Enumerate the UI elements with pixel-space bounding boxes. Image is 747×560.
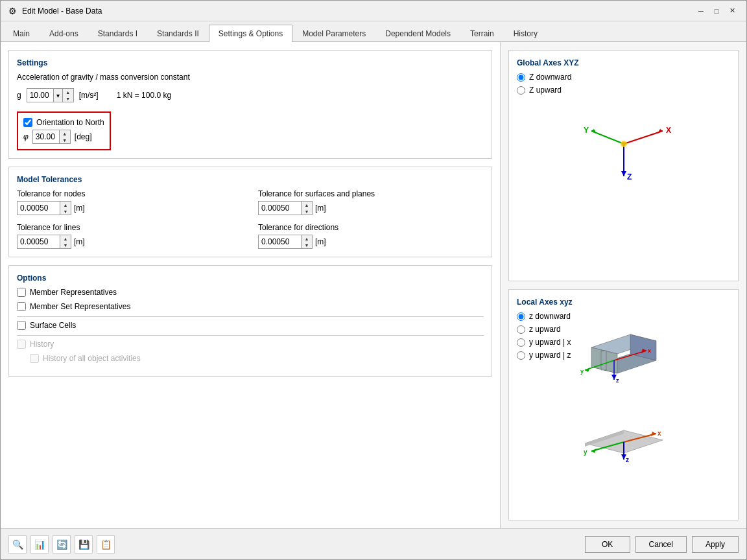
svg-marker-17 (585, 368, 590, 372)
g-arrows[interactable]: ▲ ▼ (62, 89, 73, 102)
directions-value: 0.00050 (259, 237, 301, 246)
nodes-unit: [m] (74, 204, 85, 213)
tab-main[interactable]: Main (3, 25, 40, 42)
svg-text:x: x (658, 430, 661, 437)
options-title: Options (17, 274, 484, 283)
conversion-label: 1 kN = 100.0 kg (117, 91, 171, 100)
history-all-label: History of all object activities (43, 354, 141, 363)
directions-down[interactable]: ▼ (302, 242, 312, 248)
tab-settings-options[interactable]: Settings & Options (209, 25, 292, 42)
phi-spinbox[interactable]: 30.00 ▲ ▼ (32, 130, 71, 144)
lines-value: 0.00050 (18, 237, 60, 246)
member-rep-checkbox[interactable] (17, 288, 26, 297)
local-y-upward-x-label: y upward | x (529, 338, 571, 347)
local-y-upward-z-row: y upward | z (517, 351, 571, 360)
tolerances-section: Model Tolerances Tolerance for nodes 0.0… (8, 167, 492, 257)
apply-button[interactable]: Apply (692, 536, 739, 553)
history-all-checkbox[interactable] (30, 354, 39, 363)
directions-spinbox[interactable]: 0.00050 ▲ ▼ (258, 235, 313, 249)
cancel-button[interactable]: Cancel (635, 536, 687, 553)
g-unit: [m/s²] (79, 91, 99, 100)
local-z-upward-radio[interactable] (517, 325, 525, 334)
refresh-button[interactable]: 🔄 (53, 535, 71, 554)
lines-up[interactable]: ▲ (60, 235, 71, 242)
z-upward-radio[interactable] (517, 86, 525, 95)
ok-button[interactable]: OK (585, 536, 630, 553)
lines-spinbox[interactable]: 0.00050 ▲ ▼ (17, 235, 71, 249)
local-y-upward-z-radio[interactable] (517, 351, 525, 360)
surfaces-value: 0.00050 (259, 204, 301, 213)
phi-up[interactable]: ▲ (60, 130, 70, 137)
svg-text:y: y (580, 368, 584, 375)
g-down[interactable]: ▼ (63, 95, 73, 102)
local-y-upward-x-radio[interactable] (517, 338, 525, 347)
history-row: History (17, 340, 484, 349)
surface-viz: y x z (517, 391, 730, 469)
surfaces-up[interactable]: ▲ (302, 202, 312, 208)
settings-section: Settings Acceleration of gravity / mass … (8, 50, 492, 159)
tolerance-directions: Tolerance for directions 0.00050 ▲ ▼ [m] (258, 223, 484, 249)
tab-model-params[interactable]: Model Parameters (292, 25, 375, 42)
tab-standards1[interactable]: Standards I (88, 25, 147, 42)
svg-text:z: z (626, 456, 629, 463)
member-rep-row: Member Representatives (17, 288, 484, 297)
tolerances-title: Model Tolerances (17, 175, 484, 184)
z-upward-label: Z upward (529, 86, 562, 95)
g-value: 10.00 (27, 91, 53, 100)
directions-label: Tolerance for directions (258, 223, 484, 232)
nodes-value: 0.00050 (18, 204, 60, 213)
g-dropdown[interactable]: ▾ (53, 89, 62, 102)
surface-cells-checkbox[interactable] (17, 321, 26, 330)
history-checkbox[interactable] (17, 340, 26, 349)
save-button[interactable]: 💾 (75, 535, 93, 554)
tab-terrain[interactable]: Terrain (460, 25, 504, 42)
lines-down[interactable]: ▼ (60, 242, 71, 248)
nodes-up[interactable]: ▲ (60, 202, 71, 208)
gravity-label: Acceleration of gravity / mass conversio… (17, 73, 190, 82)
svg-marker-7 (621, 171, 626, 176)
nodes-label: Tolerance for nodes (17, 189, 243, 198)
tab-history[interactable]: History (504, 25, 547, 42)
search-button[interactable]: 🔍 (8, 535, 27, 554)
surface-cells-label: Surface Cells (30, 321, 76, 330)
orientation-checkbox[interactable] (23, 118, 32, 127)
surfaces-unit: [m] (315, 204, 326, 213)
member-set-rep-row: Member Set Representatives (17, 302, 484, 311)
z-downward-radio[interactable] (517, 73, 525, 82)
close-button[interactable]: ✕ (726, 5, 739, 18)
tab-bar: Main Add-ons Standards I Standards II Se… (1, 21, 746, 42)
member-rep-label: Member Representatives (30, 288, 117, 297)
tab-dependent-models[interactable]: Dependent Models (375, 25, 460, 42)
directions-unit: [m] (315, 237, 326, 246)
settings-title: Settings (17, 58, 484, 67)
copy-button[interactable]: 📋 (97, 535, 115, 554)
maximize-button[interactable]: □ (710, 5, 723, 18)
phi-arrows[interactable]: ▲ ▼ (59, 130, 70, 143)
global-axes-title: Global Axes XYZ (517, 58, 730, 67)
tolerance-surfaces: Tolerance for surfaces and planes 0.0005… (258, 189, 484, 215)
surfaces-spinbox[interactable]: 0.00050 ▲ ▼ (258, 201, 313, 215)
local-axes-title: Local Axes xyz (517, 298, 730, 307)
phi-down[interactable]: ▼ (60, 137, 70, 143)
history-all-row: History of all object activities (30, 354, 484, 363)
nodes-down[interactable]: ▼ (60, 208, 71, 215)
local-y-upward-z-label: y upward | z (529, 351, 571, 360)
g-up[interactable]: ▲ (63, 89, 73, 95)
directions-up[interactable]: ▲ (302, 235, 312, 242)
tab-standards2[interactable]: Standards II (147, 25, 209, 42)
svg-text:Z: Z (627, 172, 632, 181)
surfaces-down[interactable]: ▼ (302, 208, 312, 215)
tab-addons[interactable]: Add-ons (40, 25, 88, 42)
svg-text:x: x (648, 347, 651, 354)
g-spinbox[interactable]: 10.00 ▾ ▲ ▼ (27, 88, 74, 102)
svg-marker-1 (658, 129, 663, 134)
data-button[interactable]: 📊 (30, 535, 49, 554)
member-set-rep-checkbox[interactable] (17, 302, 26, 311)
nodes-spinbox[interactable]: 0.00050 ▲ ▼ (17, 201, 71, 215)
z-downward-row: Z downward (517, 73, 730, 82)
local-z-downward-radio[interactable] (517, 312, 525, 321)
svg-marker-4 (591, 129, 597, 134)
minimize-button[interactable]: ─ (694, 5, 707, 18)
svg-point-10 (621, 141, 627, 147)
orientation-label: Orientation to North (36, 118, 104, 127)
